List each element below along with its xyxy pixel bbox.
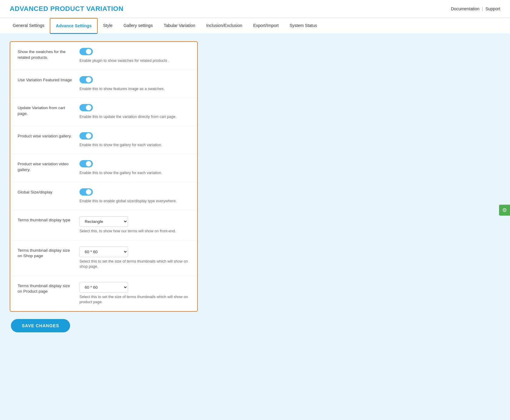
setting-label-show-swatches: Show the swatches for the related produc… [18, 48, 72, 64]
select-terms-thumbnail-shop[interactable]: 60 * 6080 * 80100 * 100120 * 120 [79, 247, 128, 257]
setting-row-terms-thumbnail-type: Terms thumbnail display typeRectangleCir… [10, 210, 197, 240]
setting-control-terms-thumbnail-shop: 60 * 6080 * 80100 * 100120 * 120Select t… [79, 247, 190, 270]
tab-advance[interactable]: Advance Settings [50, 18, 97, 34]
setting-row-use-variation-featured: Use Variation Featured ImageEnable this … [10, 70, 197, 98]
setting-row-global-size-display: Global Size/displayEnable this to enable… [10, 182, 197, 210]
setting-desc-terms-thumbnail-type: Select this, to show how our terms will … [79, 229, 190, 234]
setting-row-show-swatches: Show the swatches for the related produc… [10, 42, 197, 70]
setting-row-terms-thumbnail-product: Terms thumbnail display size on Product … [10, 276, 197, 311]
tab-system[interactable]: System Status [284, 18, 323, 34]
setting-label-product-wise-gallery: Product wise variation gallery. [18, 132, 72, 148]
setting-control-terms-thumbnail-type: RectangleCircleSquareSelect this, to sho… [79, 216, 190, 234]
toggle-product-wise-video[interactable] [79, 160, 93, 167]
tab-style[interactable]: Style [98, 18, 118, 34]
settings-panel: Show the swatches for the related produc… [10, 41, 198, 312]
setting-control-product-wise-video: Enable this to show the gallery for each… [79, 160, 190, 176]
gear-float-button[interactable]: ⚙ [499, 205, 510, 216]
select-terms-thumbnail-type[interactable]: RectangleCircleSquare [79, 216, 128, 227]
tab-inclusion[interactable]: Inclusion/Exclusion [201, 18, 248, 34]
setting-desc-product-wise-video: Enable this to show the gallery for each… [79, 170, 190, 176]
setting-row-update-variation-cart: Update Variation from cart page.Enable t… [10, 98, 197, 126]
setting-row-terms-thumbnail-shop: Terms thumbnail display size on Shop pag… [10, 240, 197, 276]
toggle-show-swatches[interactable] [79, 48, 93, 55]
setting-control-show-swatches: Enable plugin to show swatches for relat… [79, 48, 190, 64]
header-divider: | [482, 6, 483, 11]
app-title: ADVANCED PRODUCT VARIATION [10, 5, 123, 13]
setting-desc-update-variation-cart: Enable this to update the variation dire… [79, 114, 190, 120]
setting-desc-use-variation-featured: Enable this to show features image as a … [79, 86, 190, 92]
setting-label-terms-thumbnail-shop: Terms thumbnail display size on Shop pag… [18, 247, 72, 270]
setting-desc-terms-thumbnail-shop: Select this to set the size of terms thu… [79, 259, 190, 270]
toggle-product-wise-gallery[interactable] [79, 132, 93, 139]
toggle-update-variation-cart[interactable] [79, 104, 93, 111]
header-links: Documentation | Support [451, 6, 500, 11]
documentation-link[interactable]: Documentation [451, 6, 479, 11]
toggle-use-variation-featured[interactable] [79, 76, 93, 83]
tab-export[interactable]: Export/Import [248, 18, 284, 34]
setting-label-use-variation-featured: Use Variation Featured Image [18, 76, 72, 92]
setting-label-terms-thumbnail-product: Terms thumbnail display size on Product … [18, 282, 72, 305]
save-button-wrap: SAVE CHANGES [10, 319, 500, 332]
setting-desc-show-swatches: Enable plugin to show swatches for relat… [79, 58, 190, 64]
setting-control-global-size-display: Enable this to enable global size/displa… [79, 188, 190, 204]
setting-control-terms-thumbnail-product: 60 * 6080 * 80100 * 100120 * 120Select t… [79, 282, 190, 305]
setting-desc-product-wise-gallery: Enable this to show the gallery for each… [79, 143, 190, 148]
save-changes-button[interactable]: SAVE CHANGES [11, 319, 70, 332]
setting-control-use-variation-featured: Enable this to show features image as a … [79, 76, 190, 92]
setting-label-update-variation-cart: Update Variation from cart page. [18, 104, 72, 120]
setting-desc-terms-thumbnail-product: Select this to set the size of terms thu… [79, 294, 190, 305]
tab-tabular[interactable]: Tabular Variation [158, 18, 201, 34]
setting-label-product-wise-video: Product wise variation video gallery. [18, 160, 72, 176]
setting-control-update-variation-cart: Enable this to update the variation dire… [79, 104, 190, 120]
setting-label-global-size-display: Global Size/display [18, 188, 72, 204]
tab-gallery[interactable]: Gallery settings [118, 18, 158, 34]
support-link[interactable]: Support [485, 6, 500, 11]
setting-label-terms-thumbnail-type: Terms thumbnail display type [18, 216, 72, 234]
setting-row-product-wise-video: Product wise variation video gallery.Ena… [10, 154, 197, 182]
select-terms-thumbnail-product[interactable]: 60 * 6080 * 80100 * 100120 * 120 [79, 282, 128, 293]
toggle-global-size-display[interactable] [79, 188, 93, 196]
header: ADVANCED PRODUCT VARIATION Documentation… [0, 0, 510, 18]
setting-row-product-wise-gallery: Product wise variation gallery.Enable th… [10, 126, 197, 154]
nav-tabs: General SettingsAdvance SettingsStyleGal… [0, 18, 510, 34]
tab-general[interactable]: General Settings [7, 18, 50, 34]
setting-control-product-wise-gallery: Enable this to show the gallery for each… [79, 132, 190, 148]
setting-desc-global-size-display: Enable this to enable global size/displa… [79, 199, 190, 204]
main-content: Show the swatches for the related produc… [0, 34, 510, 340]
